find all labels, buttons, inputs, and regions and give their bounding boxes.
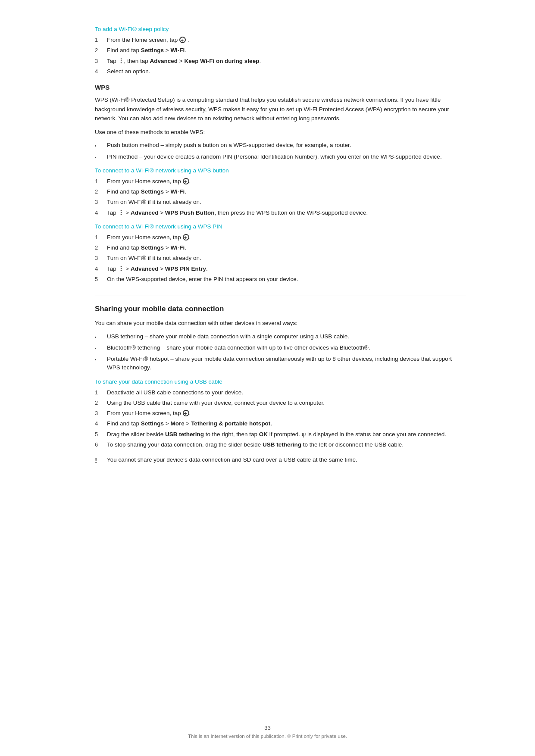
home-icon <box>183 178 189 184</box>
connect-wps-pin-link: To connect to a Wi-Fi® network using a W… <box>95 223 466 230</box>
menu-icon <box>118 58 124 64</box>
list-item: 3 From your Home screen, tap . <box>95 409 466 418</box>
wps-methods-list: • Push button method – simply push a but… <box>95 141 466 161</box>
list-item: 3 Tap , then tap Advanced > Keep Wi-Fi o… <box>95 57 466 66</box>
footer-text: This is an Internet version of this publ… <box>0 734 535 739</box>
list-item: 1 From the Home screen, tap . <box>95 36 466 44</box>
sharing-intro: You can share your mobile data connectio… <box>95 319 466 328</box>
list-item: 2 Using the USB cable that came with you… <box>95 399 466 407</box>
home-icon <box>183 234 189 241</box>
svg-point-3 <box>120 210 121 211</box>
list-item: 6 To stop sharing your data connection, … <box>95 440 466 449</box>
usb-cable-link: To share your data connection using a US… <box>95 378 466 385</box>
page-number: 33 <box>0 725 535 731</box>
note-text: You cannot share your device's data conn… <box>107 455 357 466</box>
list-item: 4 Tap > Advanced > WPS Push Button, then… <box>95 209 466 217</box>
list-item: • Push button method – simply push a but… <box>95 141 466 150</box>
connect-wps-button-steps: 1 From your Home screen, tap . 2 Find an… <box>95 177 466 217</box>
list-item: 1 From your Home screen, tap . <box>95 233 466 242</box>
menu-icon <box>118 266 124 272</box>
svg-point-7 <box>120 268 121 269</box>
list-item: 3 Turn on Wi-Fi® if it is not already on… <box>95 198 466 206</box>
list-item: 5 On the WPS-supported device, enter the… <box>95 275 466 284</box>
list-item: • USB tethering – share your mobile data… <box>95 332 466 341</box>
list-item: • Portable Wi-Fi® hotspot – share your m… <box>95 355 466 372</box>
list-item: 4 Find and tap Settings > More > Tetheri… <box>95 419 466 428</box>
svg-point-1 <box>120 60 121 61</box>
note-icon: ! <box>95 455 107 466</box>
wps-use-one: Use one of these methods to enable WPS: <box>95 128 466 137</box>
list-item: 3 Turn on Wi-Fi® if it is not already on… <box>95 254 466 262</box>
usb-cable-steps: 1 Deactivate all USB cable connections t… <box>95 388 466 450</box>
svg-point-0 <box>120 58 121 59</box>
svg-point-5 <box>120 214 121 215</box>
connect-wps-button-link: To connect to a Wi-Fi® network using a W… <box>95 167 466 174</box>
svg-point-4 <box>120 212 121 213</box>
list-item: 2 Find and tap Settings > Wi-Fi. <box>95 187 466 196</box>
home-icon <box>179 37 186 43</box>
wifi-sleep-policy-link: To add a Wi-Fi® sleep policy <box>95 26 466 32</box>
list-item: 5 Drag the slider beside USB tethering t… <box>95 430 466 439</box>
home-icon <box>183 410 189 416</box>
note-block: ! You cannot share your device's data co… <box>95 455 466 466</box>
list-item: • Bluetooth® tethering – share your mobi… <box>95 344 466 352</box>
svg-point-8 <box>120 270 121 271</box>
list-item: 2 Find and tap Settings > Wi-Fi. <box>95 244 466 252</box>
page-content: To add a Wi-Fi® sleep policy 1 From the … <box>0 0 535 756</box>
list-item: 1 Deactivate all USB cable connections t… <box>95 388 466 397</box>
wps-description: WPS (Wi-Fi® Protected Setup) is a comput… <box>95 95 466 123</box>
svg-point-2 <box>120 62 121 63</box>
list-item: 1 From your Home screen, tap . <box>95 177 466 186</box>
svg-point-6 <box>120 266 121 267</box>
sharing-methods-list: • USB tethering – share your mobile data… <box>95 332 466 372</box>
list-item: 2 Find and tap Settings > Wi-Fi. <box>95 46 466 55</box>
connect-wps-pin-steps: 1 From your Home screen, tap . 2 Find an… <box>95 233 466 284</box>
menu-icon <box>118 209 124 216</box>
wps-title: WPS <box>95 84 466 91</box>
sharing-title: Sharing your mobile data connection <box>95 296 466 313</box>
wifi-sleep-steps: 1 From the Home screen, tap . 2 Find and… <box>95 36 466 76</box>
list-item: 4 Select an option. <box>95 67 466 76</box>
list-item: • PIN method – your device creates a ran… <box>95 153 466 161</box>
list-item: 4 Tap > Advanced > WPS PIN Entry. <box>95 265 466 273</box>
page-footer: 33 This is an Internet version of this p… <box>0 725 535 739</box>
